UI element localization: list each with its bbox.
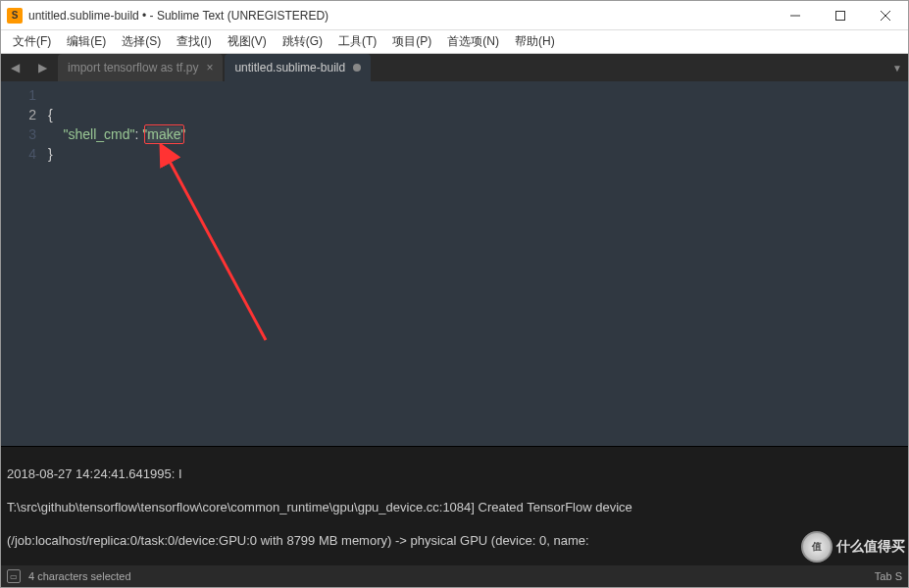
menu-select[interactable]: 选择(S) bbox=[114, 31, 169, 52]
menu-view[interactable]: 视图(V) bbox=[220, 31, 275, 52]
menu-project[interactable]: 项目(P) bbox=[384, 31, 439, 52]
tab-file-2[interactable]: untitled.sublime-build bbox=[225, 54, 371, 81]
maximize-button[interactable] bbox=[818, 1, 863, 30]
tab-dirty-icon bbox=[353, 64, 361, 72]
code-quote: " bbox=[181, 126, 186, 142]
svg-line-4 bbox=[168, 158, 266, 340]
line-number: 3 bbox=[1, 124, 36, 144]
close-icon bbox=[881, 11, 890, 21]
code-content[interactable]: { "shell_cmd": "make" } bbox=[48, 81, 908, 446]
code-brace: } bbox=[48, 146, 53, 162]
console-line: (/job:localhost/replica:0/task:0/device:… bbox=[7, 532, 902, 549]
tab-overflow-button[interactable]: ▼ bbox=[892, 63, 902, 74]
console-line: T:\src\github\tensorflow\tensorflow\core… bbox=[7, 499, 902, 515]
menu-preferences[interactable]: 首选项(N) bbox=[439, 31, 507, 52]
menu-help[interactable]: 帮助(H) bbox=[507, 31, 563, 52]
maximize-icon bbox=[835, 11, 845, 21]
console-line: 2018-08-27 14:24:41.641995: I bbox=[7, 466, 902, 482]
tab-label: untitled.sublime-build bbox=[234, 61, 345, 74]
menubar: 文件(F) 编辑(E) 选择(S) 查找(I) 视图(V) 跳转(G) 工具(T… bbox=[1, 30, 908, 54]
app-icon: S bbox=[7, 8, 23, 24]
code-brace: { bbox=[48, 107, 53, 122]
svg-rect-1 bbox=[836, 11, 845, 20]
build-output-panel[interactable]: 2018-08-27 14:24:41.641995: I T:\src\git… bbox=[1, 446, 908, 565]
app-window: S untitled.sublime-build • - Sublime Tex… bbox=[0, 0, 909, 588]
titlebar[interactable]: S untitled.sublime-build • - Sublime Tex… bbox=[1, 1, 908, 30]
status-tab-size[interactable]: Tab S bbox=[875, 570, 902, 582]
tab-next-button[interactable]: ▶ bbox=[28, 54, 56, 81]
line-number: 2 bbox=[1, 105, 36, 124]
tab-file-1[interactable]: import tensorflow as tf.py × bbox=[58, 54, 223, 81]
menu-edit[interactable]: 编辑(E) bbox=[59, 31, 114, 52]
menu-tools[interactable]: 工具(T) bbox=[330, 31, 384, 52]
arrow-annotation bbox=[158, 144, 452, 360]
menu-file[interactable]: 文件(F) bbox=[5, 31, 59, 52]
code-editor[interactable]: 1 2 3 4 { "shell_cmd": "make" } bbox=[1, 81, 908, 446]
minimize-button[interactable] bbox=[773, 1, 818, 30]
panel-switcher-icon[interactable]: ▭ bbox=[7, 569, 21, 583]
tab-prev-button[interactable]: ◀ bbox=[1, 54, 28, 81]
menu-goto[interactable]: 跳转(G) bbox=[275, 31, 330, 52]
editor-area: 1 2 3 4 { "shell_cmd": "make" } 2018-08-… bbox=[1, 81, 908, 565]
status-selection: 4 characters selected bbox=[28, 570, 131, 582]
code-key: "shell_cmd" bbox=[64, 126, 135, 142]
close-button[interactable] bbox=[863, 1, 908, 30]
tab-label: import tensorflow as tf.py bbox=[68, 61, 198, 74]
tab-close-icon[interactable]: × bbox=[206, 61, 213, 74]
line-number: 1 bbox=[1, 85, 36, 105]
tabbar: ◀ ▶ import tensorflow as tf.py × untitle… bbox=[1, 54, 908, 81]
minimize-icon bbox=[790, 11, 800, 21]
menu-find[interactable]: 查找(I) bbox=[169, 31, 219, 52]
window-title: untitled.sublime-build • - Sublime Text … bbox=[28, 9, 773, 23]
statusbar: ▭ 4 characters selected Tab S bbox=[1, 565, 908, 587]
line-gutter: 1 2 3 4 bbox=[1, 81, 48, 446]
line-number: 4 bbox=[1, 144, 36, 164]
code-value-selected: make bbox=[147, 126, 180, 142]
